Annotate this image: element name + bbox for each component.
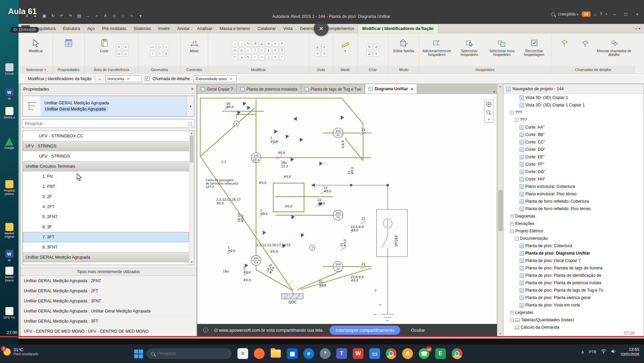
taskbar-app-wps[interactable]: W <box>353 348 364 359</box>
tree-item[interactable]: Planta de forro refletido: Cobertura <box>503 198 644 205</box>
orientation-select[interactable]: Horizonta▾ <box>105 75 142 82</box>
recent-type-item[interactable]: Unifilar GERAL Medição Agrupada : 2FNT <box>21 276 196 286</box>
type-list-item[interactable]: UFV - STRINGBOX CC <box>23 131 189 141</box>
ribbon-small-icon[interactable]: ∠ <box>259 41 265 46</box>
type-list-item[interactable]: 2FNT <box>23 262 189 265</box>
taskbar-app-chrome[interactable] <box>386 348 396 359</box>
desktop-icon[interactable]: Projetos pontos <box>1 180 18 196</box>
panel-label-hospedeiro[interactable]: Hospedeiro <box>419 66 551 73</box>
type-list-item[interactable]: 1. FN <box>23 171 189 182</box>
wire-tag-arrow[interactable] <box>261 231 266 236</box>
type-selector-dropdown-icon[interactable]: ▾ <box>187 96 194 116</box>
ribbon-small-icon[interactable]: ↖ <box>245 54 251 60</box>
ribbon-small-icon[interactable]: − <box>252 54 258 60</box>
ribbon-small-icon[interactable]: ◇ <box>239 47 244 53</box>
ribbon-small-icon[interactable]: × <box>123 44 128 50</box>
ribbon-small-icon[interactable]: ↺ <box>373 44 379 50</box>
junction-symbol[interactable]: 10021 <box>333 262 343 271</box>
tree-item[interactable]: Planta de piso: Diagrama Unifilar <box>503 250 644 257</box>
scroll-down-icon[interactable]: ▼ <box>189 260 194 265</box>
wire-tag-arrow[interactable] <box>245 106 251 111</box>
ribbon-small-icon[interactable]: □ <box>157 51 162 57</box>
search-icon[interactable] <box>551 12 555 16</box>
expand-icon[interactable]: + <box>510 311 514 315</box>
wifi-icon[interactable] <box>601 349 606 355</box>
steering-wheel-icon[interactable] <box>486 101 492 107</box>
tree-item[interactable]: −Projeto Elétrico <box>503 227 644 235</box>
taskbar-app-app-e[interactable]: E <box>435 348 446 359</box>
desktop-icon[interactable]: Memó Descri <box>1 267 18 282</box>
type-list-scrollbar[interactable]: ▲ ▼ <box>189 131 194 265</box>
ribbon-small-icon[interactable]: ◇ <box>157 44 162 50</box>
detail-callout-checkbox[interactable]: ✓ <box>145 76 149 81</box>
tree-item[interactable]: Planta de piso: Planta de potencia insta… <box>503 279 644 287</box>
clock[interactable]: 13:55 03/01/2026 <box>621 347 639 357</box>
ribbon-tab-colaborar[interactable]: Colaborar <box>254 24 279 33</box>
type-list-item[interactable]: UFV - STRINGS <box>23 141 189 151</box>
aligned-dimension-icon[interactable]: ⌐ <box>94 13 100 19</box>
junction-symbol[interactable]: a <box>234 121 239 126</box>
ribbon-tab-pr-moldado[interactable]: Pré-moldado <box>98 24 130 33</box>
qdc-box[interactable] <box>281 294 303 299</box>
ribbon-small-icon[interactable]: ∥ <box>163 51 169 57</box>
tree-item[interactable]: Planta de piso: Planta de identificação … <box>503 272 644 279</box>
ribbon-small-icon[interactable]: × <box>321 51 327 57</box>
ribbon-small-icon[interactable]: ↘ <box>239 54 244 60</box>
detail-callout-button-1[interactable]: 1 <box>555 36 574 65</box>
tree-item[interactable]: Planta de piso: Geral Copiar 7 <box>503 257 644 264</box>
wire-tag-arrow[interactable] <box>273 130 278 135</box>
single-line-diagram[interactable]: 1002110018 a100211008 a10021a118#0,01#0,… <box>197 94 497 336</box>
customize-qat-icon[interactable]: ▾ <box>138 13 143 19</box>
tree-item[interactable]: Planta de piso: Cobertura <box>503 242 644 250</box>
junction-symbol[interactable]: 10021 <box>333 128 343 138</box>
panel-label-medir[interactable]: Medir <box>333 66 357 73</box>
tray-chevron-icon[interactable]: ∧ <box>581 350 584 355</box>
desktop-icon[interactable]: WW <box>1 250 18 262</box>
panel-label-propriedades[interactable]: Propriedades <box>53 66 84 73</box>
ribbon-small-icon[interactable]: ↻ <box>245 41 251 46</box>
volume-icon[interactable] <box>611 349 616 355</box>
ribbon-small-icon[interactable]: ≡ <box>266 41 271 46</box>
ribbon-small-icon[interactable]: ≡ <box>373 51 379 57</box>
select-new-host-button[interactable]: Selecionar novo hospedeiro <box>486 36 518 65</box>
start-button[interactable] <box>134 349 143 358</box>
reconcile-hosting-button[interactable]: Reconciliar hospedagem <box>519 36 550 65</box>
ribbon-small-icon[interactable]: ∠ <box>367 51 372 57</box>
scroll-up-icon[interactable]: ▲ <box>499 84 502 89</box>
ribbon-small-icon[interactable]: + <box>272 41 278 46</box>
panel-label-modo[interactable]: Modo <box>388 66 419 73</box>
wire-tag-arrow[interactable] <box>241 102 247 107</box>
tree-item[interactable]: +Diagramas <box>503 212 644 220</box>
taskbar-app-edge[interactable]: e <box>303 348 314 359</box>
ribbon-small-icon[interactable]: ▭ <box>150 44 156 50</box>
recent-type-item[interactable]: Unifilar GERAL Medição Agrupada : 2FT <box>21 286 196 296</box>
tree-item[interactable]: −??? <box>503 109 644 116</box>
wire-tag-arrow[interactable] <box>311 183 315 187</box>
type-list-item[interactable]: Unifilar Circuitos Terminais <box>23 161 189 171</box>
default-3d-view-icon[interactable]: ◇ <box>111 13 117 19</box>
video-progress-bar[interactable] <box>0 336 644 337</box>
wire-tag-arrow[interactable] <box>318 162 323 167</box>
panel-label-chamadas[interactable]: Chamadas de detalhe <box>551 66 635 73</box>
tree-item[interactable]: −??? <box>503 116 644 124</box>
taskbar-app-microsoft-store[interactable]: ▦ <box>287 348 298 359</box>
ribbon-small-icon[interactable]: ~ <box>279 54 285 60</box>
edit-family-button[interactable]: Editar família <box>390 36 418 65</box>
ribbon-small-icon[interactable]: + <box>315 51 320 57</box>
wire-tag-arrow[interactable] <box>284 135 289 140</box>
ribbon-tab-analisar[interactable]: Analisar <box>193 24 216 33</box>
text-icon[interactable]: A <box>103 13 108 19</box>
collapse-icon[interactable]: − <box>510 111 514 114</box>
ribbon-tab-vista[interactable]: Vista <box>279 24 296 33</box>
panel-label-geometria[interactable]: Geometria <box>139 66 180 73</box>
close-window-button[interactable]: × <box>633 12 641 17</box>
collapse-icon[interactable]: − <box>510 318 514 322</box>
type-list-item[interactable]: 2. FNT <box>23 182 189 192</box>
ribbon-small-icon[interactable]: T <box>279 47 285 53</box>
ribbon-small-icon[interactable]: ≈ <box>272 54 278 60</box>
properties-toggle-button[interactable] <box>56 36 81 65</box>
taskbar-app-screen-mirror[interactable]: ▭ <box>369 348 380 359</box>
ribbon-tab-inserir[interactable]: Inserir <box>154 24 174 33</box>
recent-type-item[interactable]: Unifilar GERAL Medição Agrupada : Unifil… <box>21 306 196 316</box>
thin-lines-icon[interactable]: ≈ <box>129 13 135 19</box>
